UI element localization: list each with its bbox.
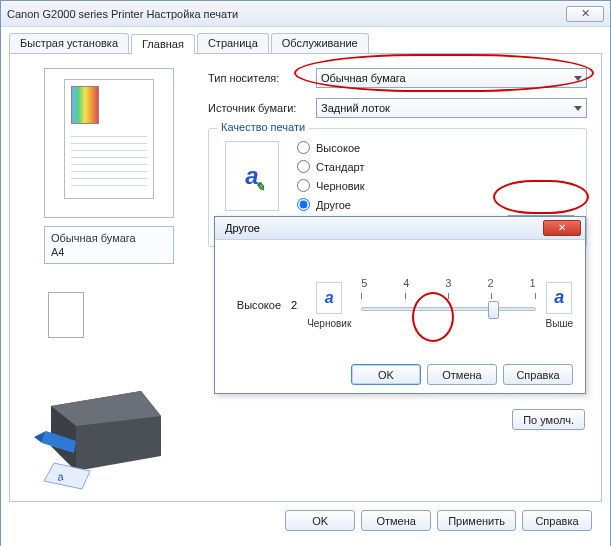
tab-quick-setup[interactable]: Быстрая установка	[9, 33, 129, 53]
quality-radios: Высокое Стандарт Черновик Другое	[297, 139, 365, 211]
page-preview	[44, 68, 174, 218]
tab-maintenance[interactable]: Обслуживание	[271, 33, 369, 53]
radio-other[interactable]: Другое	[297, 198, 365, 211]
custom-dialog-title: Другое	[225, 222, 260, 234]
quality-slider-area: Высокое 2 a Черновик 5 4 3 2 1 a	[227, 252, 573, 358]
preview-size-label: A4	[51, 245, 167, 259]
preview-labels: Обычная бумага A4	[44, 226, 174, 264]
slider-current-value: 2	[291, 299, 297, 311]
ok-button[interactable]: OK	[285, 510, 355, 531]
low-quality-a-icon: a	[316, 282, 342, 314]
slider-thumb[interactable]	[488, 301, 499, 319]
titlebar: Canon G2000 series Printer Настройка печ…	[1, 1, 610, 27]
radio-high[interactable]: Высокое	[297, 141, 365, 154]
close-icon[interactable]: ✕	[543, 220, 581, 236]
tab-strip: Быстрая установка Главная Страница Обслу…	[9, 33, 602, 54]
custom-help-button[interactable]: Справка	[503, 364, 573, 385]
help-button[interactable]: Справка	[522, 510, 592, 531]
preview-lines-icon	[71, 130, 147, 192]
pencil-icon: ✎	[255, 180, 265, 194]
media-type-row: Тип носителя: Обычная бумага	[208, 68, 587, 88]
custom-ok-button[interactable]: OK	[351, 364, 421, 385]
svg-text:a: a	[56, 470, 64, 483]
draft-caption: Черновик	[307, 318, 351, 329]
custom-cancel-button[interactable]: Отмена	[427, 364, 497, 385]
media-type-value: Обычная бумага	[321, 72, 406, 84]
paper-source-value: Задний лоток	[321, 102, 390, 114]
paper-source-label: Источник бумаги:	[208, 102, 308, 114]
tab-main[interactable]: Главная	[131, 34, 195, 54]
printer-icon: a	[26, 371, 176, 491]
dialog-footer: OK Отмена Применить Справка	[9, 502, 602, 541]
slider-high-label: Высокое	[227, 299, 281, 311]
preview-page-graphic	[64, 79, 154, 199]
media-type-label: Тип носителя:	[208, 72, 308, 84]
apply-button[interactable]: Применить	[437, 510, 516, 531]
preview-gradient-icon	[71, 86, 99, 124]
radio-draft[interactable]: Черновик	[297, 179, 365, 192]
chevron-down-icon	[574, 76, 582, 81]
cancel-button[interactable]: Отмена	[361, 510, 431, 531]
media-type-combo[interactable]: Обычная бумага	[316, 68, 587, 88]
quality-slider[interactable]: 5 4 3 2 1	[361, 277, 535, 333]
radio-standard[interactable]: Стандарт	[297, 160, 365, 173]
paper-source-combo[interactable]: Задний лоток	[316, 98, 587, 118]
mini-page-icon	[48, 292, 84, 338]
defaults-button[interactable]: По умолч.	[512, 409, 585, 430]
chevron-down-icon	[574, 106, 582, 111]
preview-media-label: Обычная бумага	[51, 231, 167, 245]
custom-quality-dialog: Другое ✕ Высокое 2 a Черновик 5 4 3 2 1	[214, 216, 586, 394]
left-column: Обычная бумага A4 a	[24, 68, 194, 491]
quality-preview-icon: a✎	[225, 141, 279, 211]
paper-source-row: Источник бумаги: Задний лоток	[208, 98, 587, 118]
window-close-button[interactable]: ✕	[566, 6, 604, 22]
custom-dialog-titlebar: Другое ✕	[215, 217, 585, 240]
custom-dialog-buttons: OK Отмена Справка	[227, 364, 573, 385]
higher-caption: Выше	[546, 318, 573, 329]
quality-group-title: Качество печати	[217, 121, 309, 133]
high-quality-a-icon: a	[546, 282, 572, 314]
tab-page[interactable]: Страница	[197, 33, 269, 53]
window-title: Canon G2000 series Printer Настройка печ…	[7, 8, 238, 20]
